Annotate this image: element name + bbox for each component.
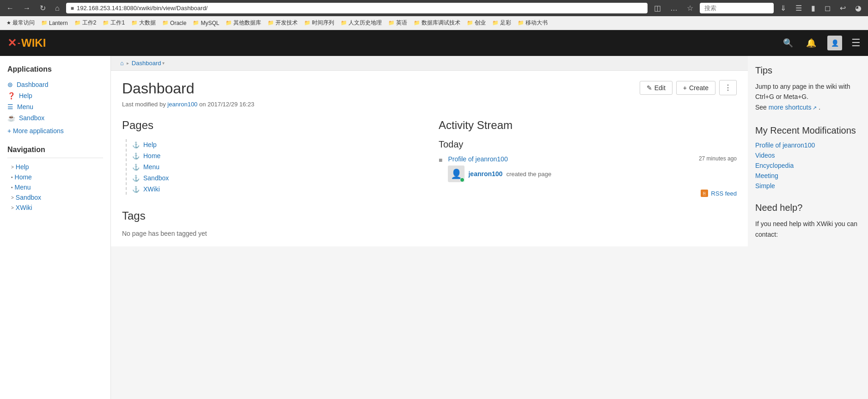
bookmark-mobile[interactable]: 📁 移动大书: [515, 18, 550, 28]
rss-feed-link[interactable]: RSS feed: [711, 190, 737, 197]
sidebar-item-menu[interactable]: ☰ Menu: [7, 101, 103, 112]
recent-mod-profile[interactable]: Profile of jeanron100: [755, 141, 861, 149]
bookmark-frequent[interactable]: ★ 最常访问: [4, 18, 37, 28]
xwiki-logo[interactable]: ✕ - WIKI: [7, 37, 46, 49]
need-help-title: Need help?: [755, 203, 861, 213]
back-button[interactable]: ←: [4, 3, 17, 13]
reader-button[interactable]: ◻: [822, 3, 833, 13]
page-columns: Pages ⚓ Help ⚓ Home ⚓: [122, 119, 737, 237]
file-icon: ⚓: [132, 164, 140, 171]
bookmark-timeseries[interactable]: 📁 时间序列: [301, 18, 337, 28]
notification-button[interactable]: 🔔: [804, 36, 818, 50]
bookmark-lantern[interactable]: 📁 Lantern: [38, 19, 71, 27]
extensions-button[interactable]: ◫: [651, 3, 664, 13]
bookmark-mysql[interactable]: 📁 MySQL: [190, 19, 222, 27]
page-link-sandbox[interactable]: Sandbox: [143, 174, 169, 182]
lock-icon: ■: [71, 5, 74, 12]
breadcrumb-sep: ▸: [127, 61, 129, 66]
library-button[interactable]: ☰: [793, 3, 805, 13]
applications-title: Applications: [7, 65, 103, 74]
bookmark-football[interactable]: 📁 足彩: [489, 18, 514, 28]
activity-content: Profile of jeanron100 👤 jeanron100 creat…: [448, 155, 693, 182]
list-item: ⚓ Sandbox: [132, 172, 420, 184]
bookmark-label: Oracle: [170, 20, 186, 26]
bookmark-oracle[interactable]: 📁 Oracle: [159, 19, 189, 27]
meta-user-link[interactable]: jeanron100: [167, 101, 197, 108]
page-link-home[interactable]: Home: [143, 152, 160, 160]
profile-button[interactable]: ◕: [852, 3, 864, 13]
history-back-button[interactable]: ↩: [837, 3, 849, 13]
page-link-menu[interactable]: Menu: [143, 163, 159, 171]
activity-user-row: 👤 jeanron100 created the page: [448, 166, 693, 182]
header-icons: 🔍 🔔 👤 ☰: [781, 36, 861, 50]
bookmark-startup[interactable]: 📁 创业: [464, 18, 489, 28]
bookmarks-button[interactable]: …: [667, 3, 680, 13]
nav-label: Home: [15, 173, 32, 181]
bookmark-dbdebug[interactable]: 📁 数据库调试技术: [411, 18, 463, 28]
recent-mod-videos[interactable]: Videos: [755, 152, 861, 159]
home-button[interactable]: ⌂: [52, 3, 62, 13]
more-apps-label: + More applications: [7, 127, 64, 135]
browser-search-input[interactable]: [700, 3, 774, 13]
sidebar-item-dashboard[interactable]: ⊛ Dashboard: [7, 79, 103, 90]
bookmark-otherdb[interactable]: 📁 其他数据库: [223, 18, 264, 28]
reload-button[interactable]: ↻: [37, 3, 49, 13]
nav-item-home[interactable]: • Home: [7, 172, 103, 182]
bookmark-work1[interactable]: 📁 工作1: [100, 18, 128, 28]
activity-page-link[interactable]: Profile of jeanron100: [448, 155, 507, 163]
activity-username[interactable]: jeanron100: [468, 170, 502, 178]
tags-empty-message: No page has been tagged yet: [122, 230, 420, 237]
more-actions-button[interactable]: ⋮: [719, 80, 737, 95]
create-button[interactable]: + Create: [676, 81, 715, 95]
page-content: Dashboard ✎ Edit + Create ⋮ Last m: [111, 71, 748, 246]
tips-shortcuts-link[interactable]: more shortcuts: [769, 104, 817, 111]
bookmark-devtech[interactable]: 📁 开发技术: [265, 18, 300, 28]
bookmark-history[interactable]: 📁 人文历史地理: [338, 18, 385, 28]
list-item: ⚓ Help: [132, 139, 420, 150]
rss-row: ⎘ RSS feed: [439, 190, 737, 197]
folder-icon: 📁: [162, 20, 169, 26]
browser-chrome: ← → ↻ ⌂ ■ 192.168.253.141:8080/xwiki/bin…: [0, 0, 868, 16]
main-layout: Applications ⊛ Dashboard ❓ Help ☰ Menu ☕…: [0, 56, 868, 399]
forward-button[interactable]: →: [20, 3, 33, 13]
edit-button[interactable]: ✎ Edit: [640, 81, 672, 95]
navigation-title: Navigation: [7, 146, 103, 154]
nav-item-sandbox[interactable]: > Sandbox: [7, 192, 103, 203]
hamburger-menu-button[interactable]: ☰: [851, 37, 861, 49]
page-link-xwiki[interactable]: XWiki: [143, 185, 160, 193]
bookmark-english[interactable]: 📁 英语: [385, 18, 410, 28]
recent-mod-meeting[interactable]: Meeting: [755, 172, 861, 179]
bookmark-label: 工作1: [110, 19, 125, 27]
breadcrumb-current[interactable]: Dashboard ▾: [132, 60, 165, 67]
recent-mod-simple[interactable]: Simple: [755, 182, 861, 190]
download-button[interactable]: ⇓: [777, 3, 789, 13]
folder-icon: 📁: [131, 20, 138, 26]
create-label: Create: [689, 84, 709, 92]
sidebar-divider: [7, 158, 103, 158]
activity-item: ■ Profile of jeanron100 👤 jeanron100 cre…: [439, 155, 737, 182]
search-button[interactable]: 🔍: [781, 36, 795, 50]
sidebar-item-sandbox[interactable]: ☕ Sandbox: [7, 112, 103, 123]
nav-item-help[interactable]: > Help: [7, 162, 103, 172]
recent-mod-encyclopedia[interactable]: Encyclopedia: [755, 162, 861, 169]
logo-dash: -: [18, 38, 20, 48]
activity-action: created the page: [506, 171, 551, 178]
address-bar[interactable]: ■ 192.168.253.141:8080/xwiki/bin/view/Da…: [66, 3, 648, 13]
bookmark-work2[interactable]: 📁 工作2: [72, 18, 99, 28]
breadcrumb-home[interactable]: ⌂: [120, 60, 124, 67]
file-icon: ⚓: [132, 141, 140, 148]
star-button[interactable]: ☆: [684, 3, 696, 13]
meta-on: on: [199, 101, 208, 108]
bullet-icon: •: [11, 185, 13, 190]
page-link-help[interactable]: Help: [143, 141, 157, 148]
bookmark-bigdata[interactable]: 📁 大数据: [128, 18, 159, 28]
more-icon: ⋮: [724, 84, 732, 92]
bookmark-label: 大数据: [139, 19, 156, 27]
screenshot-button[interactable]: ▮: [808, 3, 818, 13]
avatar[interactable]: 👤: [827, 36, 842, 50]
sidebar-item-help[interactable]: ❓ Help: [7, 90, 103, 101]
nav-item-menu[interactable]: • Menu: [7, 182, 103, 192]
content-area: ⌂ ▸ Dashboard ▾ Dashboard ✎ Edit + Creat…: [111, 56, 748, 399]
more-apps-link[interactable]: + More applications: [7, 127, 103, 135]
nav-item-xwiki[interactable]: > XWiki: [7, 203, 103, 213]
